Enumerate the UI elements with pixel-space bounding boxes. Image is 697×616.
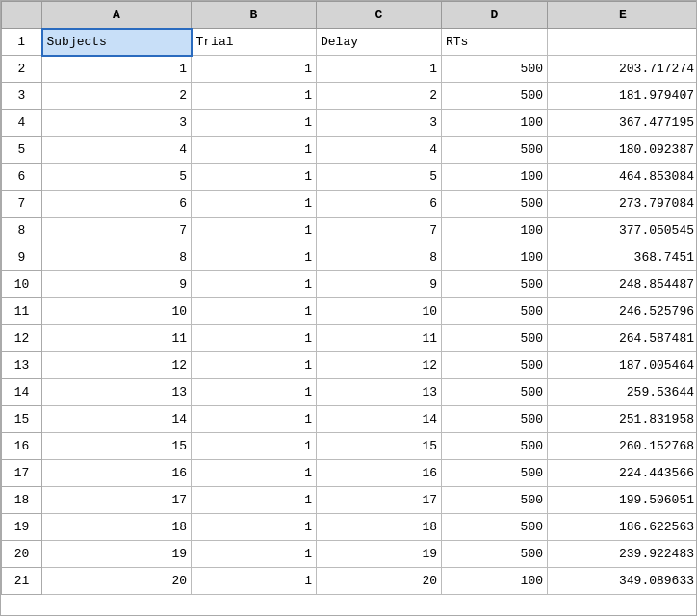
cell-a[interactable]: 20 [42,568,192,595]
cell-b[interactable]: 1 [192,137,317,164]
cell-b[interactable]: 1 [192,83,317,110]
cell-d[interactable]: 500 [442,352,548,379]
cell-b[interactable]: Trial [192,29,317,56]
cell-d[interactable]: 500 [442,191,548,218]
cell-c[interactable]: 5 [317,164,442,191]
cell-c[interactable]: 7 [317,218,442,244]
cell-e[interactable]: 367.477195 [548,110,698,137]
cell-d[interactable]: 500 [442,56,548,83]
cell-e[interactable] [548,29,698,56]
cell-a[interactable]: 15 [42,433,192,460]
cell-c[interactable]: 19 [317,541,442,568]
cell-c[interactable]: 15 [317,433,442,460]
cell-e[interactable]: 464.853084 [548,164,698,191]
cell-b[interactable]: 1 [192,325,317,352]
cell-d[interactable]: 500 [442,137,548,164]
cell-a[interactable]: 19 [42,541,192,568]
cell-c[interactable]: 2 [317,83,442,110]
cell-a[interactable]: 5 [42,164,192,191]
cell-d[interactable]: 500 [442,325,548,352]
cell-c[interactable]: 11 [317,325,442,352]
cell-e[interactable]: 273.797084 [548,191,698,218]
cell-d[interactable]: 500 [442,379,548,406]
cell-a[interactable]: 9 [42,271,192,298]
cell-e[interactable]: 260.152768 [548,433,698,460]
cell-e[interactable]: 187.005464 [548,352,698,379]
cell-c[interactable]: 18 [317,514,442,541]
cell-c[interactable]: 14 [317,406,442,433]
cell-b[interactable]: 1 [192,164,317,191]
cell-b[interactable]: 1 [192,218,317,244]
cell-a[interactable]: 6 [42,191,192,218]
cell-b[interactable]: 1 [192,56,317,83]
cell-b[interactable]: 1 [192,487,317,514]
cell-c[interactable]: 12 [317,352,442,379]
cell-e[interactable]: 368.7451 [548,244,698,271]
col-header-a[interactable]: A [42,2,192,29]
cell-d[interactable]: 100 [442,218,548,244]
cell-a[interactable]: 1 [42,56,192,83]
cell-c[interactable]: 9 [317,271,442,298]
cell-b[interactable]: 1 [192,244,317,271]
cell-d[interactable]: 100 [442,244,548,271]
cell-a[interactable]: 11 [42,325,192,352]
cell-e[interactable]: 239.922483 [548,541,698,568]
cell-d[interactable]: 500 [442,298,548,325]
cell-c[interactable]: 1 [317,56,442,83]
cell-a[interactable]: 3 [42,110,192,137]
cell-d[interactable]: 100 [442,110,548,137]
cell-c[interactable]: 4 [317,137,442,164]
cell-b[interactable]: 1 [192,514,317,541]
cell-d[interactable]: 500 [442,406,548,433]
cell-e[interactable]: 248.854487 [548,271,698,298]
cell-c[interactable]: 3 [317,110,442,137]
cell-b[interactable]: 1 [192,406,317,433]
cell-d[interactable]: 100 [442,164,548,191]
cell-d[interactable]: 500 [442,271,548,298]
cell-a[interactable]: Subjects [42,29,192,56]
cell-b[interactable]: 1 [192,433,317,460]
cell-d[interactable]: 500 [442,83,548,110]
cell-a[interactable]: 16 [42,460,192,487]
cell-d[interactable]: 500 [442,460,548,487]
cell-e[interactable]: 203.717274 [548,56,698,83]
cell-a[interactable]: 10 [42,298,192,325]
cell-b[interactable]: 1 [192,460,317,487]
cell-b[interactable]: 1 [192,352,317,379]
cell-a[interactable]: 18 [42,514,192,541]
col-header-d[interactable]: D [442,2,548,29]
cell-d[interactable]: 500 [442,541,548,568]
cell-a[interactable]: 4 [42,137,192,164]
cell-e[interactable]: 180.092387 [548,137,698,164]
cell-d[interactable]: 500 [442,433,548,460]
cell-e[interactable]: 186.622563 [548,514,698,541]
cell-d[interactable]: 500 [442,487,548,514]
cell-c[interactable]: 20 [317,568,442,595]
cell-e[interactable]: 377.050545 [548,218,698,244]
cell-a[interactable]: 8 [42,244,192,271]
cell-e[interactable]: 259.53644 [548,379,698,406]
cell-e[interactable]: 181.979407 [548,83,698,110]
cell-d[interactable]: 100 [442,568,548,595]
cell-e[interactable]: 199.506051 [548,487,698,514]
cell-b[interactable]: 1 [192,298,317,325]
cell-e[interactable]: 251.831958 [548,406,698,433]
col-header-b[interactable]: B [192,2,317,29]
cell-c[interactable]: 13 [317,379,442,406]
cell-e[interactable]: 246.525796 [548,298,698,325]
cell-b[interactable]: 1 [192,191,317,218]
cell-a[interactable]: 14 [42,406,192,433]
cell-a[interactable]: 13 [42,379,192,406]
cell-e[interactable]: 224.443566 [548,460,698,487]
cell-c[interactable]: Delay [317,29,442,56]
cell-d[interactable]: RTs [442,29,548,56]
cell-a[interactable]: 2 [42,83,192,110]
cell-a[interactable]: 7 [42,218,192,244]
cell-e[interactable]: 349.089633 [548,568,698,595]
cell-c[interactable]: 16 [317,460,442,487]
cell-d[interactable]: 500 [442,514,548,541]
cell-c[interactable]: 10 [317,298,442,325]
cell-c[interactable]: 17 [317,487,442,514]
col-header-e[interactable]: E [548,2,698,29]
cell-a[interactable]: 17 [42,487,192,514]
